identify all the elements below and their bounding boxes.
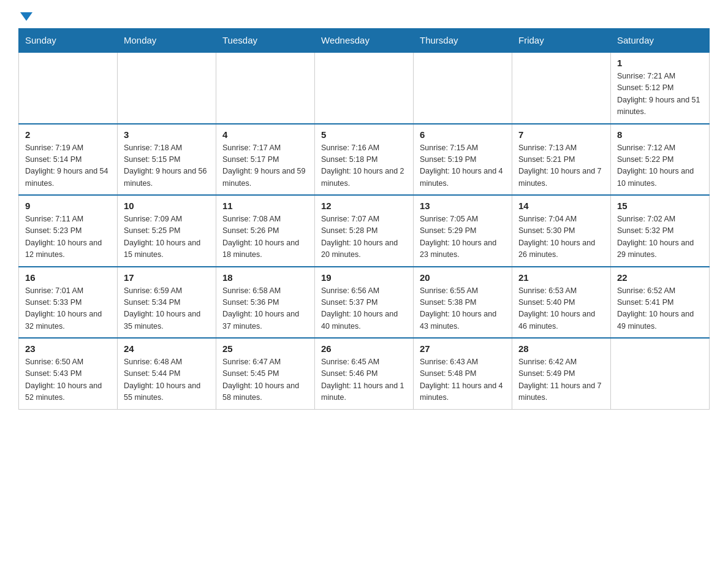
day-info: Sunrise: 7:04 AM Sunset: 5:30 PM Dayligh…	[518, 213, 604, 261]
calendar-week-row: 9Sunrise: 7:11 AM Sunset: 5:23 PM Daylig…	[19, 195, 710, 267]
day-number: 11	[222, 201, 308, 211]
calendar-day-cell: 5Sunrise: 7:16 AM Sunset: 5:18 PM Daylig…	[315, 124, 414, 196]
calendar-day-cell	[414, 52, 512, 124]
day-number: 12	[321, 201, 407, 211]
day-info: Sunrise: 7:07 AM Sunset: 5:28 PM Dayligh…	[321, 213, 407, 261]
day-number: 20	[420, 272, 506, 283]
calendar-day-cell: 2Sunrise: 7:19 AM Sunset: 5:14 PM Daylig…	[19, 124, 118, 196]
day-info: Sunrise: 6:59 AM Sunset: 5:34 PM Dayligh…	[124, 285, 210, 333]
calendar-day-cell: 24Sunrise: 6:48 AM Sunset: 5:44 PM Dayli…	[118, 338, 216, 409]
calendar-day-cell: 3Sunrise: 7:18 AM Sunset: 5:15 PM Daylig…	[118, 124, 216, 196]
calendar-table: SundayMondayTuesdayWednesdayThursdayFrid…	[18, 28, 710, 410]
day-info: Sunrise: 6:43 AM Sunset: 5:48 PM Dayligh…	[420, 356, 506, 404]
calendar-day-cell: 10Sunrise: 7:09 AM Sunset: 5:25 PM Dayli…	[118, 195, 216, 267]
day-number: 2	[25, 129, 111, 140]
day-number: 8	[617, 129, 703, 140]
calendar-day-cell: 14Sunrise: 7:04 AM Sunset: 5:30 PM Dayli…	[512, 195, 611, 267]
calendar-day-cell: 8Sunrise: 7:12 AM Sunset: 5:22 PM Daylig…	[611, 124, 710, 196]
day-number: 24	[124, 343, 210, 354]
column-header-saturday: Saturday	[611, 29, 710, 53]
column-header-tuesday: Tuesday	[216, 29, 315, 53]
calendar-day-cell: 25Sunrise: 6:47 AM Sunset: 5:45 PM Dayli…	[216, 338, 315, 409]
calendar-day-cell	[118, 52, 216, 124]
logo	[18, 12, 32, 22]
calendar-header-row: SundayMondayTuesdayWednesdayThursdayFrid…	[19, 29, 710, 53]
day-info: Sunrise: 7:18 AM Sunset: 5:15 PM Dayligh…	[124, 142, 210, 190]
day-info: Sunrise: 7:19 AM Sunset: 5:14 PM Dayligh…	[25, 142, 111, 190]
day-info: Sunrise: 7:16 AM Sunset: 5:18 PM Dayligh…	[321, 142, 407, 190]
calendar-day-cell: 26Sunrise: 6:45 AM Sunset: 5:46 PM Dayli…	[315, 338, 414, 409]
calendar-day-cell: 12Sunrise: 7:07 AM Sunset: 5:28 PM Dayli…	[315, 195, 414, 267]
day-number: 15	[617, 201, 703, 211]
day-number: 4	[222, 129, 308, 140]
calendar-day-cell: 6Sunrise: 7:15 AM Sunset: 5:19 PM Daylig…	[414, 124, 512, 196]
calendar-day-cell	[19, 52, 118, 124]
day-number: 27	[420, 343, 506, 354]
column-header-wednesday: Wednesday	[315, 29, 414, 53]
day-info: Sunrise: 6:50 AM Sunset: 5:43 PM Dayligh…	[25, 356, 111, 404]
calendar-day-cell	[315, 52, 414, 124]
calendar-day-cell: 7Sunrise: 7:13 AM Sunset: 5:21 PM Daylig…	[512, 124, 611, 196]
logo-general-text	[18, 12, 32, 22]
calendar-week-row: 23Sunrise: 6:50 AM Sunset: 5:43 PM Dayli…	[19, 338, 710, 409]
logo-triangle-icon	[20, 12, 32, 21]
day-number: 13	[420, 201, 506, 211]
column-header-friday: Friday	[512, 29, 611, 53]
calendar-day-cell: 21Sunrise: 6:53 AM Sunset: 5:40 PM Dayli…	[512, 267, 611, 339]
calendar-day-cell: 27Sunrise: 6:43 AM Sunset: 5:48 PM Dayli…	[414, 338, 512, 409]
calendar-day-cell: 16Sunrise: 7:01 AM Sunset: 5:33 PM Dayli…	[19, 267, 118, 339]
column-header-monday: Monday	[118, 29, 216, 53]
day-number: 18	[222, 272, 308, 283]
day-info: Sunrise: 6:45 AM Sunset: 5:46 PM Dayligh…	[321, 356, 407, 404]
day-info: Sunrise: 6:55 AM Sunset: 5:38 PM Dayligh…	[420, 285, 506, 333]
day-info: Sunrise: 7:15 AM Sunset: 5:19 PM Dayligh…	[420, 142, 506, 190]
day-info: Sunrise: 7:08 AM Sunset: 5:26 PM Dayligh…	[222, 213, 308, 261]
day-info: Sunrise: 6:56 AM Sunset: 5:37 PM Dayligh…	[321, 285, 407, 333]
column-header-sunday: Sunday	[19, 29, 118, 53]
calendar-day-cell: 18Sunrise: 6:58 AM Sunset: 5:36 PM Dayli…	[216, 267, 315, 339]
calendar-week-row: 1Sunrise: 7:21 AM Sunset: 5:12 PM Daylig…	[19, 52, 710, 124]
day-number: 21	[518, 272, 604, 283]
day-info: Sunrise: 7:05 AM Sunset: 5:29 PM Dayligh…	[420, 213, 506, 261]
day-number: 7	[518, 129, 604, 140]
calendar-day-cell	[216, 52, 315, 124]
day-info: Sunrise: 6:53 AM Sunset: 5:40 PM Dayligh…	[518, 285, 604, 333]
day-number: 9	[25, 201, 111, 211]
day-number: 10	[124, 201, 210, 211]
day-info: Sunrise: 7:09 AM Sunset: 5:25 PM Dayligh…	[124, 213, 210, 261]
day-number: 5	[321, 129, 407, 140]
calendar-day-cell: 13Sunrise: 7:05 AM Sunset: 5:29 PM Dayli…	[414, 195, 512, 267]
day-number: 17	[124, 272, 210, 283]
day-number: 6	[420, 129, 506, 140]
day-number: 1	[617, 58, 703, 68]
calendar-day-cell	[512, 52, 611, 124]
day-number: 26	[321, 343, 407, 354]
day-info: Sunrise: 6:58 AM Sunset: 5:36 PM Dayligh…	[222, 285, 308, 333]
calendar-week-row: 2Sunrise: 7:19 AM Sunset: 5:14 PM Daylig…	[19, 124, 710, 196]
page-header	[18, 12, 710, 22]
day-info: Sunrise: 7:13 AM Sunset: 5:21 PM Dayligh…	[518, 142, 604, 190]
day-info: Sunrise: 6:42 AM Sunset: 5:49 PM Dayligh…	[518, 356, 604, 404]
calendar-day-cell: 9Sunrise: 7:11 AM Sunset: 5:23 PM Daylig…	[19, 195, 118, 267]
calendar-day-cell: 28Sunrise: 6:42 AM Sunset: 5:49 PM Dayli…	[512, 338, 611, 409]
day-info: Sunrise: 7:21 AM Sunset: 5:12 PM Dayligh…	[617, 71, 703, 118]
column-header-thursday: Thursday	[414, 29, 512, 53]
day-info: Sunrise: 7:17 AM Sunset: 5:17 PM Dayligh…	[222, 142, 308, 190]
calendar-day-cell: 4Sunrise: 7:17 AM Sunset: 5:17 PM Daylig…	[216, 124, 315, 196]
calendar-day-cell: 15Sunrise: 7:02 AM Sunset: 5:32 PM Dayli…	[611, 195, 710, 267]
day-info: Sunrise: 6:52 AM Sunset: 5:41 PM Dayligh…	[617, 285, 703, 333]
day-number: 25	[222, 343, 308, 354]
day-number: 23	[25, 343, 111, 354]
calendar-day-cell: 20Sunrise: 6:55 AM Sunset: 5:38 PM Dayli…	[414, 267, 512, 339]
day-number: 28	[518, 343, 604, 354]
calendar-week-row: 16Sunrise: 7:01 AM Sunset: 5:33 PM Dayli…	[19, 267, 710, 339]
day-number: 22	[617, 272, 703, 283]
calendar-day-cell: 22Sunrise: 6:52 AM Sunset: 5:41 PM Dayli…	[611, 267, 710, 339]
day-info: Sunrise: 7:02 AM Sunset: 5:32 PM Dayligh…	[617, 213, 703, 261]
day-info: Sunrise: 7:12 AM Sunset: 5:22 PM Dayligh…	[617, 142, 703, 190]
calendar-day-cell: 19Sunrise: 6:56 AM Sunset: 5:37 PM Dayli…	[315, 267, 414, 339]
day-number: 14	[518, 201, 604, 211]
calendar-day-cell: 1Sunrise: 7:21 AM Sunset: 5:12 PM Daylig…	[611, 52, 710, 124]
calendar-day-cell: 17Sunrise: 6:59 AM Sunset: 5:34 PM Dayli…	[118, 267, 216, 339]
day-number: 3	[124, 129, 210, 140]
